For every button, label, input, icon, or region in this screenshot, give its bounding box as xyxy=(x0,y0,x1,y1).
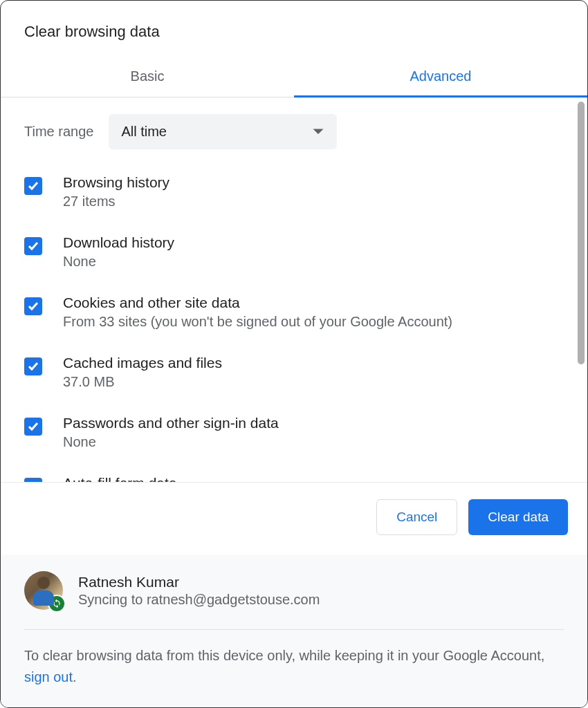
option-subtitle: From 33 sites (you won't be signed out o… xyxy=(63,314,564,330)
option-subtitle: 37.0 MB xyxy=(63,374,564,390)
account-sync-status: Syncing to ratnesh@gadgetstouse.com xyxy=(78,592,320,608)
clear-data-button[interactable]: Clear data xyxy=(468,499,568,535)
option-text: Browsing history27 items xyxy=(63,174,564,209)
account-panel: Ratnesh Kumar Syncing to ratnesh@gadgets… xyxy=(1,555,587,707)
checkbox[interactable] xyxy=(24,297,42,315)
sign-out-link[interactable]: sign out xyxy=(24,669,73,684)
signout-note: To clear browsing data from this device … xyxy=(24,645,564,688)
option-row: Browsing history27 items xyxy=(24,174,564,209)
option-row: Passwords and other sign-in dataNone xyxy=(24,415,564,450)
content-area: Time range All time Browsing history27 i… xyxy=(1,97,587,482)
account-row: Ratnesh Kumar Syncing to ratnesh@gadgets… xyxy=(24,571,564,610)
scrollbar-thumb[interactable] xyxy=(578,102,585,364)
option-subtitle: 27 items xyxy=(63,194,564,209)
divider xyxy=(24,629,564,630)
tab-advanced[interactable]: Advanced xyxy=(294,57,587,97)
time-range-label: Time range xyxy=(24,124,93,140)
account-text: Ratnesh Kumar Syncing to ratnesh@gadgets… xyxy=(78,574,320,608)
option-row: Download historyNone xyxy=(24,234,564,270)
option-row: Cached images and files37.0 MB xyxy=(24,355,564,390)
checkbox[interactable] xyxy=(24,357,42,375)
clear-browsing-data-dialog: Clear browsing data Basic Advanced Time … xyxy=(1,1,587,707)
sync-icon xyxy=(48,595,66,613)
option-text: Passwords and other sign-in dataNone xyxy=(63,415,564,450)
option-row: Cookies and other site dataFrom 33 sites… xyxy=(24,295,564,330)
chevron-down-icon xyxy=(312,124,324,140)
option-text: Download historyNone xyxy=(63,234,564,270)
option-title: Browsing history xyxy=(63,174,564,191)
option-title: Passwords and other sign-in data xyxy=(63,415,564,431)
tab-basic[interactable]: Basic xyxy=(1,57,294,97)
option-text: Cached images and files37.0 MB xyxy=(63,355,564,390)
avatar xyxy=(24,571,63,610)
option-title: Download history xyxy=(63,234,564,251)
option-text: Auto-fill form data xyxy=(63,475,564,482)
cancel-button[interactable]: Cancel xyxy=(376,499,457,535)
account-name: Ratnesh Kumar xyxy=(78,574,320,590)
options-scroll[interactable]: Time range All time Browsing history27 i… xyxy=(1,97,587,482)
option-text: Cookies and other site dataFrom 33 sites… xyxy=(63,295,564,330)
option-subtitle: None xyxy=(63,434,564,450)
tabs: Basic Advanced xyxy=(1,57,587,97)
time-range-row: Time range All time xyxy=(24,114,564,149)
checkbox[interactable] xyxy=(24,177,42,195)
option-title: Cookies and other site data xyxy=(63,295,564,311)
dialog-title: Clear browsing data xyxy=(1,1,587,57)
option-title: Auto-fill form data xyxy=(63,475,564,482)
checkbox[interactable] xyxy=(24,418,42,436)
option-subtitle: None xyxy=(63,254,564,270)
time-range-dropdown[interactable]: All time xyxy=(109,114,337,149)
checkbox[interactable] xyxy=(24,478,42,482)
option-title: Cached images and files xyxy=(63,355,564,371)
dialog-actions: Cancel Clear data xyxy=(1,482,587,555)
checkbox[interactable] xyxy=(24,237,42,255)
option-row: Auto-fill form data xyxy=(24,475,564,482)
time-range-selected: All time xyxy=(121,124,167,140)
